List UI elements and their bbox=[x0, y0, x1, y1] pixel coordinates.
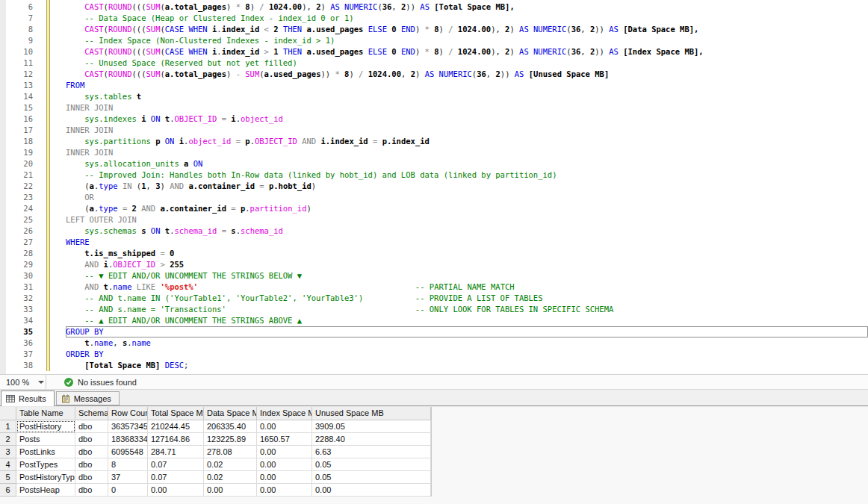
line-number[interactable]: 7 bbox=[6, 13, 33, 24]
code-line[interactable]: FROM bbox=[66, 80, 868, 91]
code-line[interactable]: -- AND t.name IN ('YourTable1', 'YourTab… bbox=[66, 293, 868, 304]
grid-cell[interactable]: 0.05 bbox=[312, 458, 431, 471]
grid-cell[interactable]: 0.02 bbox=[204, 471, 257, 484]
line-number[interactable]: 26 bbox=[6, 225, 33, 237]
grid-cell[interactable]: 0.05 bbox=[312, 471, 431, 484]
grid-cell[interactable]: PostHistoryTypes bbox=[16, 471, 75, 484]
code-line[interactable]: [Total Space MB] DESC; bbox=[66, 360, 868, 371]
grid-cell[interactable]: 0.00 bbox=[204, 484, 257, 497]
line-number[interactable]: 6 bbox=[6, 1, 33, 13]
row-number[interactable]: 2 bbox=[0, 433, 16, 446]
line-number[interactable]: 17 bbox=[6, 125, 33, 136]
line-number[interactable]: 31 bbox=[6, 281, 33, 293]
grid-cell[interactable]: 0.00 bbox=[257, 471, 312, 484]
tab-messages[interactable]: Messages bbox=[56, 391, 120, 405]
row-number[interactable]: 5 bbox=[0, 471, 16, 484]
code-line[interactable]: INNER JOIN bbox=[66, 147, 868, 158]
line-number[interactable]: 36 bbox=[6, 337, 33, 349]
column-header[interactable]: Total Space MB bbox=[148, 407, 204, 420]
code-line[interactable]: t.name, s.name bbox=[66, 337, 868, 349]
line-number[interactable]: 11 bbox=[6, 57, 33, 69]
line-number[interactable]: 12 bbox=[6, 69, 33, 80]
grid-cell[interactable]: 0 bbox=[108, 484, 148, 497]
code-line[interactable]: t.is_ms_shipped = 0 bbox=[66, 248, 868, 259]
grid-cell[interactable]: 127164.86 bbox=[148, 433, 204, 446]
line-number[interactable]: 33 bbox=[6, 304, 33, 315]
line-number[interactable]: 34 bbox=[6, 315, 33, 326]
code-line[interactable]: sys.indexes i ON t.OBJECT_ID = i.object_… bbox=[66, 113, 868, 125]
grid-cell[interactable]: dbo bbox=[75, 446, 108, 458]
code-line[interactable]: -- AND s.name = 'Transactions' -- ONLY L… bbox=[66, 304, 868, 315]
grid-cell[interactable]: 0.00 bbox=[257, 446, 312, 458]
code-line[interactable]: -- Data Space (Heap or Clustered Index -… bbox=[66, 13, 868, 24]
line-number[interactable]: 32 bbox=[6, 293, 33, 304]
grid-cell[interactable]: 0.00 bbox=[148, 484, 204, 497]
code-line[interactable]: CAST(ROUND(((SUM(CASE WHEN i.index_id > … bbox=[66, 46, 868, 57]
grid-cell[interactable]: 8 bbox=[108, 458, 148, 471]
grid-cell[interactable]: 3909.05 bbox=[312, 420, 431, 433]
line-number[interactable]: 25 bbox=[6, 214, 33, 225]
line-number[interactable]: 28 bbox=[6, 248, 33, 259]
grid-cell[interactable]: 0.00 bbox=[257, 420, 312, 433]
code-line[interactable]: CAST(ROUND(((SUM(CASE WHEN i.index_id < … bbox=[66, 24, 868, 35]
grid-cell[interactable]: PostLinks bbox=[16, 446, 75, 458]
code-line[interactable]: OR bbox=[66, 192, 868, 203]
grid-cell[interactable]: 0.02 bbox=[204, 458, 257, 471]
code-line[interactable]: ORDER BY bbox=[66, 349, 868, 360]
grid-cell[interactable]: 1650.57 bbox=[257, 433, 312, 446]
line-number[interactable]: 20 bbox=[6, 158, 33, 169]
line-number[interactable]: 30 bbox=[6, 270, 33, 281]
grid-cell[interactable]: PostsHeap bbox=[16, 484, 75, 497]
line-number[interactable]: 15 bbox=[6, 102, 33, 113]
line-number[interactable]: 9 bbox=[6, 35, 33, 46]
grid-cell[interactable]: 123225.89 bbox=[204, 433, 257, 446]
sql-editor[interactable]: 6789101112131415161718192021222324252627… bbox=[0, 0, 868, 374]
line-number[interactable]: 37 bbox=[6, 349, 33, 360]
grid-cell[interactable]: PostTypes bbox=[16, 458, 75, 471]
grid-cell[interactable]: dbo bbox=[75, 484, 108, 497]
column-header[interactable]: Data Space MB bbox=[204, 407, 257, 420]
line-number[interactable]: 21 bbox=[6, 169, 33, 181]
grid-cell[interactable]: 183683344 bbox=[108, 433, 148, 446]
row-number[interactable]: 4 bbox=[0, 458, 16, 471]
code-line[interactable]: -- ▼ EDIT AND/OR UNCOMMENT THE STRINGS B… bbox=[66, 270, 868, 281]
grid-cell[interactable]: 6.63 bbox=[312, 446, 431, 458]
grid-cell[interactable]: 284.71 bbox=[148, 446, 204, 458]
column-header[interactable]: Schema bbox=[75, 407, 108, 420]
code-line[interactable]: (a.type IN (1, 3) AND a.container_id = p… bbox=[66, 181, 868, 192]
line-number[interactable]: 19 bbox=[6, 147, 33, 158]
grid-cell[interactable]: 210244.45 bbox=[148, 420, 204, 433]
line-number[interactable]: 18 bbox=[6, 136, 33, 147]
column-header[interactable]: Row Count bbox=[108, 407, 148, 420]
line-number[interactable]: 38 bbox=[6, 360, 33, 371]
grid-cell[interactable]: 0.00 bbox=[257, 484, 312, 497]
editor-zoom-select[interactable]: 100 % bbox=[0, 375, 46, 389]
grid-cell[interactable]: 37 bbox=[108, 471, 148, 484]
code-line[interactable]: CAST(ROUND(((SUM(a.total_pages) - SUM(a.… bbox=[66, 69, 868, 80]
grid-cell[interactable]: 278.08 bbox=[204, 446, 257, 458]
row-number[interactable]: 6 bbox=[0, 484, 16, 497]
grid-cell[interactable]: dbo bbox=[75, 433, 108, 446]
grid-cell[interactable]: 0.00 bbox=[257, 458, 312, 471]
grid-cell[interactable]: dbo bbox=[75, 458, 108, 471]
line-number-gutter[interactable]: 6789101112131415161718192021222324252627… bbox=[6, 1, 33, 371]
code-line[interactable]: INNER JOIN bbox=[66, 125, 868, 136]
code-line[interactable]: AND i.OBJECT_ID > 255 bbox=[66, 259, 868, 270]
results-grid[interactable]: Table NameSchemaRow CountTotal Space MBD… bbox=[0, 407, 432, 497]
column-header[interactable]: Table Name bbox=[16, 407, 75, 420]
column-header[interactable]: Unused Space MB bbox=[312, 407, 431, 420]
grid-cell[interactable]: 363573456 bbox=[108, 420, 148, 433]
grid-cell[interactable]: 0.07 bbox=[148, 458, 204, 471]
code-line[interactable]: WHERE bbox=[66, 237, 868, 248]
column-header[interactable]: Index Space MB bbox=[257, 407, 312, 420]
line-number[interactable]: 29 bbox=[6, 259, 33, 270]
grid-cell[interactable]: dbo bbox=[75, 471, 108, 484]
line-number[interactable]: 13 bbox=[6, 80, 33, 91]
line-number[interactable]: 16 bbox=[6, 113, 33, 125]
row-number[interactable]: 1 bbox=[0, 420, 16, 433]
code-line-current[interactable]: GROUP BY bbox=[66, 326, 868, 337]
code-line[interactable]: INNER JOIN bbox=[66, 102, 868, 113]
code-line[interactable]: CAST(ROUND(((SUM(a.total_pages) * 8) / 1… bbox=[66, 1, 868, 13]
row-number[interactable]: 3 bbox=[0, 446, 16, 458]
grid-cell[interactable]: 2288.40 bbox=[312, 433, 431, 446]
